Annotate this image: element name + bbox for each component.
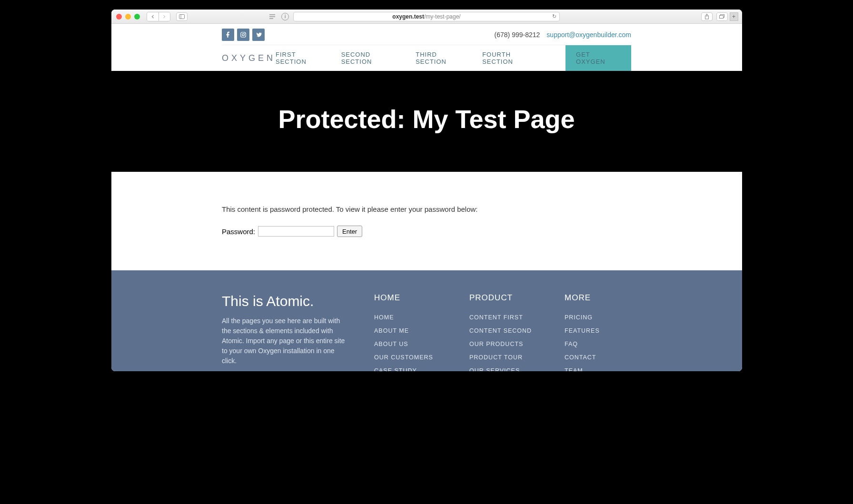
reader-mode-icon[interactable] bbox=[268, 13, 277, 20]
footer-link[interactable]: CONTENT FIRST bbox=[469, 314, 536, 321]
svg-rect-7 bbox=[719, 15, 723, 18]
site-header: (678) 999-8212 support@oxygenbuilder.com… bbox=[111, 24, 742, 71]
phone-number: (678) 999-8212 bbox=[495, 31, 540, 39]
url-path: /my-test-page/ bbox=[424, 13, 461, 20]
svg-rect-0 bbox=[179, 14, 184, 19]
footer-col-home: HOME HOME ABOUT ME ABOUT US OUR CUSTOMER… bbox=[374, 293, 441, 371]
svg-point-10 bbox=[245, 33, 245, 33]
password-input[interactable] bbox=[258, 226, 334, 237]
footer-col-product: PRODUCT CONTENT FIRST CONTENT SECOND OUR… bbox=[469, 293, 536, 371]
site-footer: This is Atomic. All the pages you see he… bbox=[111, 270, 742, 371]
svg-rect-2 bbox=[269, 14, 275, 15]
address-bar[interactable]: i oxygen.test/my-test-page/ ↻ bbox=[293, 12, 560, 21]
reload-icon[interactable]: ↻ bbox=[552, 13, 556, 20]
social-icons bbox=[222, 29, 265, 41]
window-controls bbox=[116, 14, 140, 20]
new-tab-button[interactable]: + bbox=[730, 12, 738, 21]
browser-chrome: i oxygen.test/my-test-page/ ↻ + bbox=[111, 10, 742, 24]
twitter-icon[interactable] bbox=[252, 29, 265, 41]
footer-link[interactable]: FAQ bbox=[565, 341, 631, 347]
footer-heading-product: PRODUCT bbox=[469, 293, 536, 303]
footer-link[interactable]: ABOUT ME bbox=[374, 327, 441, 334]
footer-about-title: This is Atomic. bbox=[222, 293, 346, 309]
footer-col-more: MORE PRICING FEATURES FAQ CONTACT TEAM bbox=[565, 293, 631, 371]
footer-link[interactable]: ABOUT US bbox=[374, 341, 441, 347]
forward-button[interactable] bbox=[159, 12, 170, 21]
footer-heading-home: HOME bbox=[374, 293, 441, 303]
sidebar-button[interactable] bbox=[176, 12, 188, 21]
share-button[interactable] bbox=[701, 12, 713, 21]
footer-link[interactable]: CASE STUDY bbox=[374, 367, 441, 371]
get-oxygen-button[interactable]: GET OXYGEN bbox=[565, 45, 631, 71]
password-form: Password: Enter bbox=[222, 226, 631, 237]
tabs-button[interactable] bbox=[716, 12, 728, 21]
footer-link[interactable]: PRODUCT TOUR bbox=[469, 354, 536, 361]
back-button[interactable] bbox=[147, 12, 159, 21]
footer-link[interactable]: CONTACT bbox=[565, 354, 631, 361]
footer-link[interactable]: OUR CUSTOMERS bbox=[374, 354, 441, 361]
fullscreen-window-button[interactable] bbox=[134, 14, 140, 20]
content-section: This content is password protected. To v… bbox=[111, 172, 742, 270]
footer-link[interactable]: HOME bbox=[374, 314, 441, 321]
footer-link[interactable]: FEATURES bbox=[565, 327, 631, 334]
footer-heading-more: MORE bbox=[565, 293, 631, 303]
enter-button[interactable]: Enter bbox=[337, 226, 362, 237]
svg-point-9 bbox=[242, 34, 245, 36]
url-host: oxygen.test bbox=[392, 13, 424, 20]
nav-back-forward bbox=[147, 12, 170, 21]
facebook-icon[interactable] bbox=[222, 29, 234, 41]
nav-second-section[interactable]: SECOND SECTION bbox=[341, 51, 403, 65]
svg-rect-3 bbox=[269, 16, 275, 17]
browser-window: i oxygen.test/my-test-page/ ↻ + bbox=[111, 10, 742, 371]
password-label: Password: bbox=[222, 227, 255, 236]
password-prompt-text: This content is password protected. To v… bbox=[222, 205, 631, 213]
site-logo[interactable]: OXYGEN bbox=[222, 47, 276, 70]
footer-about-text: All the pages you see here are built wit… bbox=[222, 316, 346, 366]
header-contact: (678) 999-8212 support@oxygenbuilder.com bbox=[495, 31, 631, 39]
svg-rect-4 bbox=[269, 18, 273, 19]
nav-fourth-section[interactable]: FOURTH SECTION bbox=[482, 51, 543, 65]
support-email-link[interactable]: support@oxygenbuilder.com bbox=[546, 31, 631, 39]
minimize-window-button[interactable] bbox=[125, 14, 131, 20]
footer-link[interactable]: PRICING bbox=[565, 314, 631, 321]
footer-link[interactable]: TEAM bbox=[565, 367, 631, 371]
hero-section: Protected: My Test Page bbox=[111, 71, 742, 172]
footer-link[interactable]: OUR PRODUCTS bbox=[469, 341, 536, 347]
footer-about: This is Atomic. All the pages you see he… bbox=[222, 293, 346, 371]
nav-first-section[interactable]: FIRST SECTION bbox=[276, 51, 328, 65]
nav-third-section[interactable]: THIRD SECTION bbox=[416, 51, 469, 65]
footer-link[interactable]: CONTENT SECOND bbox=[469, 327, 536, 334]
primary-nav: FIRST SECTION SECOND SECTION THIRD SECTI… bbox=[276, 45, 631, 71]
instagram-icon[interactable] bbox=[237, 29, 249, 41]
footer-link[interactable]: OUR SERVICES bbox=[469, 367, 536, 371]
close-window-button[interactable] bbox=[116, 14, 122, 20]
page-title: Protected: My Test Page bbox=[111, 104, 742, 134]
page-viewport: (678) 999-8212 support@oxygenbuilder.com… bbox=[111, 24, 742, 371]
site-info-icon[interactable]: i bbox=[281, 13, 289, 20]
